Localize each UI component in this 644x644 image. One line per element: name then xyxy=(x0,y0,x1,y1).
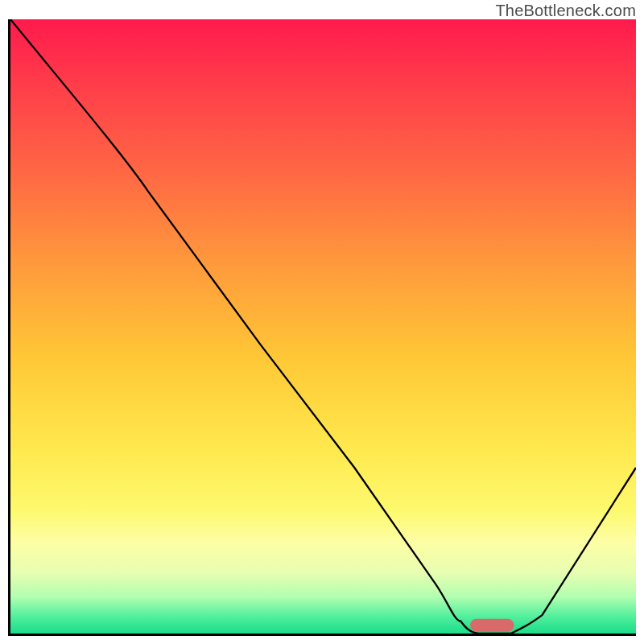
bottleneck-curve-path xyxy=(10,19,636,634)
plot-area xyxy=(8,19,636,636)
watermark-text: TheBottleneck.com xyxy=(495,2,636,20)
bottleneck-chart: TheBottleneck.com xyxy=(0,0,644,644)
optimal-marker xyxy=(470,619,514,632)
curve-layer xyxy=(10,19,636,634)
